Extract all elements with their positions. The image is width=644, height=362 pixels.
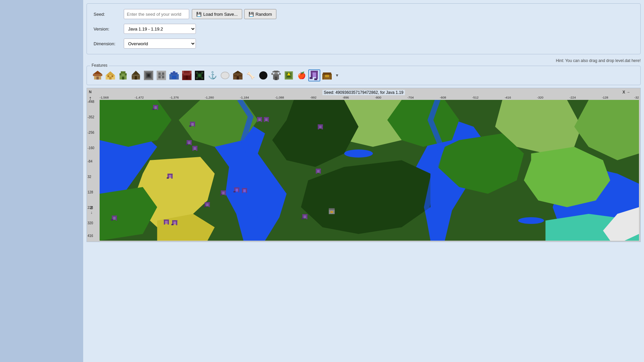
svg-marker-15 [132, 71, 140, 75]
svg-rect-7 [107, 75, 109, 77]
svg-rect-125 [317, 170, 320, 173]
map-icon-4 [263, 117, 270, 125]
y-label--352: -352 [88, 115, 94, 119]
random-button[interactable]: 💾 Random [244, 9, 276, 19]
pillager-outpost-icon-btn[interactable] [270, 69, 282, 81]
svg-rect-36 [183, 73, 191, 75]
blackdot-icon-btn[interactable] [257, 69, 269, 81]
svg-rect-37 [186, 75, 188, 79]
dimension-select[interactable]: Overworld Nether The End [124, 39, 196, 49]
dimension-label: Dimension: [94, 41, 124, 46]
svg-rect-43 [196, 72, 198, 74]
fossil-icon-btn[interactable]: 🦴 [245, 69, 257, 81]
biome-map-svg[interactable] [100, 100, 639, 241]
svg-rect-111 [188, 141, 191, 144]
svg-rect-79 [322, 74, 324, 80]
load-from-save-button[interactable]: 💾 Load from Save... [192, 9, 242, 19]
version-select[interactable]: Java 1.19 - 1.19.2 Java 1.18 - 1.18.2 Ja… [124, 24, 196, 34]
slime-chunk-icon-btn[interactable] [219, 69, 231, 81]
jungle-temple-icon-btn[interactable] [117, 69, 129, 81]
main-container: Seed: 💾 Load from Save... 💾 Random Versi… [83, 0, 644, 362]
svg-marker-49 [233, 71, 243, 74]
y-label--84: -84 [88, 160, 92, 163]
svg-rect-157 [173, 222, 176, 225]
form-panel: Seed: 💾 Load from Save... 💾 Random Versi… [87, 3, 641, 54]
svg-rect-61 [274, 71, 278, 72]
y-label-320: 320 [88, 221, 93, 225]
map-icon-5 [317, 124, 324, 132]
mineshaft-icon-btn[interactable] [155, 69, 167, 81]
map-icon-14 [111, 216, 118, 223]
witch-hut-icon-btn[interactable] [130, 69, 142, 81]
svg-rect-31 [169, 74, 172, 76]
svg-rect-137 [221, 190, 226, 192]
svg-rect-38 [182, 71, 184, 74]
nether-fortress-icon-btn[interactable] [181, 69, 193, 81]
svg-rect-152 [164, 220, 169, 221]
svg-rect-112 [186, 144, 188, 145]
mansion-icon-btn[interactable] [232, 69, 244, 81]
end-portal-icon-btn[interactable] [194, 69, 206, 81]
map-icon-11 [241, 188, 248, 196]
svg-rect-134 [243, 189, 246, 192]
svg-rect-59 [279, 73, 281, 75]
ocean-monument-icon-btn[interactable] [168, 69, 180, 81]
z-axis-label: Z ↓ [90, 205, 93, 215]
svg-rect-119 [168, 174, 173, 175]
features-legend: Features [90, 63, 109, 68]
svg-rect-80 [331, 74, 332, 80]
svg-marker-5 [106, 71, 115, 75]
svg-rect-11 [122, 77, 124, 80]
load-icon: 💾 [196, 12, 202, 17]
version-row: Version: Java 1.19 - 1.19.2 Java 1.18 - … [94, 24, 634, 34]
random-icon: 💾 [249, 12, 254, 17]
map-icon-17 [328, 208, 335, 216]
food-icon-btn[interactable]: 🍎 [296, 69, 308, 81]
svg-rect-138 [222, 192, 225, 195]
svg-rect-107 [319, 126, 322, 129]
svg-rect-70 [311, 71, 318, 72]
svg-rect-124 [316, 169, 321, 170]
svg-rect-90 [152, 109, 154, 110]
map-container[interactable]: Seed: 4909360357179472862, for Java 1.19… [87, 88, 641, 242]
svg-rect-18 [138, 76, 140, 78]
svg-rect-162 [331, 212, 332, 213]
svg-rect-166 [304, 216, 306, 219]
svg-rect-89 [154, 106, 157, 109]
svg-rect-32 [176, 74, 179, 76]
svg-rect-148 [113, 217, 116, 220]
anchor-icon-btn[interactable]: ⚓ [206, 69, 218, 81]
svg-point-84 [518, 217, 544, 224]
map-icon-1 [152, 105, 159, 113]
svg-rect-139 [220, 194, 222, 195]
features-dropdown-arrow[interactable]: ▼ [334, 69, 340, 81]
svg-rect-10 [121, 71, 125, 74]
svg-rect-93 [190, 122, 195, 123]
svg-rect-158 [171, 224, 173, 225]
svg-rect-106 [318, 124, 323, 126]
svg-rect-17 [132, 76, 133, 78]
dimension-row: Dimension: Overworld Nether The End [94, 39, 634, 49]
svg-rect-160 [329, 208, 335, 210]
village-icon-btn[interactable] [92, 69, 104, 81]
svg-rect-73 [314, 78, 317, 80]
svg-rect-88 [153, 105, 158, 106]
stronghold-icon-btn[interactable] [143, 69, 155, 81]
svg-rect-143 [206, 203, 209, 206]
svg-rect-26 [158, 75, 164, 76]
desert-pyramid-icon-btn[interactable] [104, 69, 116, 81]
seed-input[interactable] [124, 9, 189, 19]
svg-rect-116 [194, 147, 196, 150]
svg-rect-130 [233, 191, 235, 192]
spawn-icon-btn[interactable] [283, 69, 295, 81]
svg-rect-103 [265, 118, 268, 121]
svg-rect-167 [302, 218, 304, 219]
map-seed-label: Seed: 4909360357179472862, for Java 1.19 [322, 90, 405, 95]
svg-rect-45 [196, 77, 198, 79]
y-label--256: -256 [88, 131, 94, 134]
treasure-icon-btn[interactable] [321, 69, 333, 81]
ruined-portal-icon-btn[interactable] [308, 69, 320, 81]
y-label-416: 416 [88, 234, 93, 238]
svg-rect-165 [303, 214, 308, 216]
svg-rect-153 [165, 221, 168, 224]
